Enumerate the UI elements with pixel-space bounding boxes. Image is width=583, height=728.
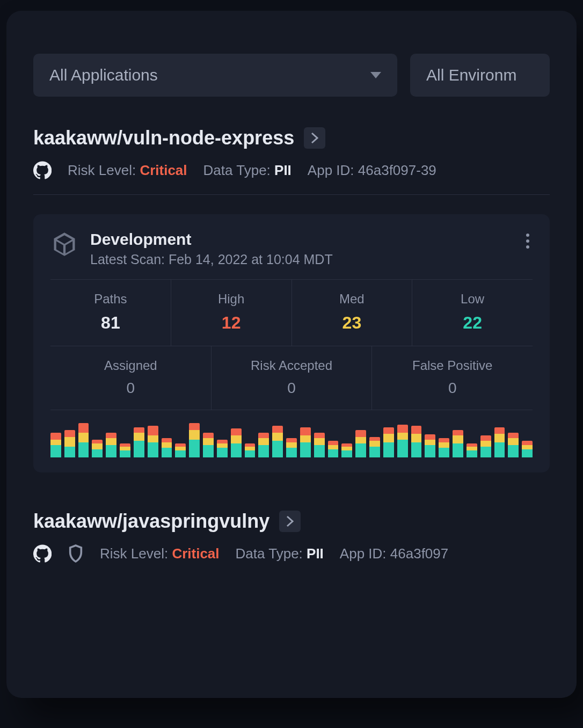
spark-bar xyxy=(92,440,103,457)
app-javaspringvulny: kaakaww/javaspringvulny Risk Level: Crit… xyxy=(33,510,550,563)
chevron-right-icon xyxy=(311,132,318,144)
app-title-row: kaakaww/vuln-node-express xyxy=(33,127,550,149)
data-type: Data Type: PII xyxy=(236,545,324,562)
environment-menu-button[interactable] xyxy=(523,230,533,252)
data-type-value: PII xyxy=(307,545,324,562)
spark-bar xyxy=(314,433,325,457)
app-id-label: App ID: xyxy=(340,545,387,562)
secondary-stats-row: Assigned 0 Risk Accepted 0 False Positiv… xyxy=(50,346,533,410)
stat-high: High 12 xyxy=(171,280,292,346)
spark-bar xyxy=(397,425,408,457)
app-meta-row: Risk Level: Critical Data Type: PII App … xyxy=(33,161,550,179)
spark-bar xyxy=(369,437,380,457)
environments-select[interactable]: All Environm xyxy=(410,54,550,97)
stat-low-value: 22 xyxy=(416,313,529,333)
stat-risk-accepted: Risk Accepted 0 xyxy=(211,346,372,410)
data-type-label: Data Type: xyxy=(203,162,271,178)
open-app-button[interactable] xyxy=(279,511,301,532)
spark-bar xyxy=(508,433,519,457)
stat-paths-value: 81 xyxy=(54,313,167,333)
stat-med: Med 23 xyxy=(292,280,412,346)
risk-level-value: Critical xyxy=(172,545,219,562)
open-app-button[interactable] xyxy=(304,127,325,149)
chevron-right-icon xyxy=(286,515,294,527)
stat-false-positive-label: False Positive xyxy=(375,358,529,373)
scan-history-sparkline xyxy=(50,423,533,457)
stat-risk-accepted-label: Risk Accepted xyxy=(215,358,369,373)
risk-level-label: Risk Level: xyxy=(68,162,136,178)
spark-bar xyxy=(203,433,214,457)
app-id: App ID: 46a3f097-39 xyxy=(308,162,436,179)
risk-level: Risk Level: Critical xyxy=(100,545,220,562)
stat-assigned-label: Assigned xyxy=(54,358,208,373)
divider xyxy=(33,194,550,195)
spark-bar xyxy=(50,433,61,457)
risk-level-value: Critical xyxy=(140,162,187,178)
spark-bar xyxy=(64,430,75,457)
spark-bar xyxy=(300,427,311,457)
app-id: App ID: 46a3f097 xyxy=(340,545,448,562)
app-name: kaakaww/vuln-node-express xyxy=(33,127,294,149)
filter-row: All Applications All Environm xyxy=(33,54,550,97)
environment-title-block: Development Latest Scan: Feb 14, 2022 at… xyxy=(90,230,333,267)
spark-bar xyxy=(162,438,172,457)
data-type: Data Type: PII xyxy=(203,162,292,179)
app-id-value: 46a3f097-39 xyxy=(358,162,436,178)
dashboard-panel: All Applications All Environm kaakaww/vu… xyxy=(6,11,577,698)
environment-card-development: Development Latest Scan: Feb 14, 2022 at… xyxy=(33,214,550,472)
stat-false-positive-value: 0 xyxy=(375,380,529,397)
stat-low-label: Low xyxy=(416,292,529,307)
app-name: kaakaww/javaspringvulny xyxy=(33,510,269,533)
spark-bar xyxy=(286,438,297,457)
environments-select-label: All Environm xyxy=(426,66,516,84)
stat-false-positive: False Positive 0 xyxy=(371,346,533,410)
kebab-dot-icon xyxy=(526,245,529,249)
stat-assigned-value: 0 xyxy=(54,380,208,397)
stat-risk-accepted-value: 0 xyxy=(215,380,369,397)
risk-level: Risk Level: Critical xyxy=(68,162,187,179)
app-title-row: kaakaww/javaspringvulny xyxy=(33,510,550,533)
spark-bar xyxy=(217,440,228,457)
spark-bar xyxy=(78,423,89,457)
spark-bar xyxy=(453,430,463,457)
data-type-label: Data Type: xyxy=(236,545,303,562)
stat-high-value: 12 xyxy=(174,313,288,333)
stat-med-value: 23 xyxy=(295,313,409,333)
applications-select-label: All Applications xyxy=(49,66,158,84)
spark-bar xyxy=(411,426,422,457)
kebab-dot-icon xyxy=(526,239,529,243)
primary-stats-row: Paths 81 High 12 Med 23 Low 22 xyxy=(50,280,533,346)
spark-bar xyxy=(231,428,242,457)
spark-bar xyxy=(425,434,435,458)
spark-bar xyxy=(494,427,505,457)
stat-low: Low 22 xyxy=(412,280,533,346)
kebab-dot-icon xyxy=(526,234,529,237)
stat-paths-label: Paths xyxy=(54,292,167,307)
spark-bar xyxy=(106,433,116,457)
spark-bar xyxy=(383,427,394,457)
spark-bar xyxy=(341,443,352,457)
data-type-value: PII xyxy=(274,162,292,178)
spark-bar xyxy=(328,441,339,457)
latest-scan-text: Latest Scan: Feb 14, 2022 at 10:04 MDT xyxy=(90,252,333,267)
shield-icon xyxy=(68,544,84,563)
spark-bar xyxy=(467,443,477,457)
spark-bar xyxy=(439,438,449,457)
stat-high-label: High xyxy=(174,292,288,307)
spark-bar xyxy=(258,433,269,457)
spark-bar xyxy=(120,443,130,457)
spark-bar xyxy=(272,426,283,457)
app-meta-row: Risk Level: Critical Data Type: PII App … xyxy=(33,544,550,563)
app-id-value: 46a3f097 xyxy=(390,545,448,562)
spark-bar xyxy=(480,435,491,457)
applications-select[interactable]: All Applications xyxy=(33,54,397,97)
spark-bar xyxy=(175,443,186,457)
environment-name: Development xyxy=(90,230,333,249)
stat-paths: Paths 81 xyxy=(50,280,171,346)
risk-level-label: Risk Level: xyxy=(100,545,168,562)
cube-icon xyxy=(50,230,78,260)
stat-med-label: Med xyxy=(295,292,409,307)
environment-header: Development Latest Scan: Feb 14, 2022 at… xyxy=(50,230,533,280)
spark-bar xyxy=(148,426,158,457)
spark-bar xyxy=(134,427,144,457)
